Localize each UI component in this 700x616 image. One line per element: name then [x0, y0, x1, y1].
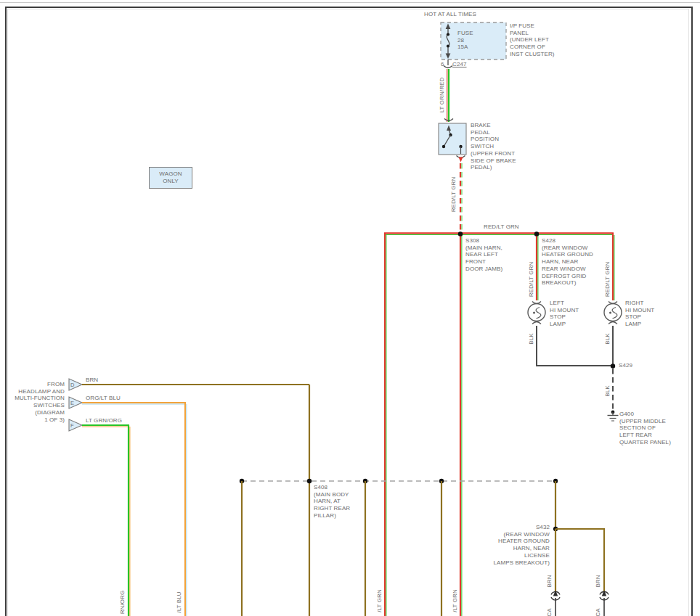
splice-s428-label: S428 (REAR WINDOW HEATER GROUND HARN, NE… — [542, 237, 593, 287]
wire-lt-grn-red — [444, 69, 453, 122]
wire-lt-grn-org — [82, 425, 130, 616]
wiring-linework — [0, 0, 700, 616]
left-stop-lamp-icon — [528, 302, 545, 324]
wire-label-lt-grn-red: LT GRN/RED — [439, 78, 445, 113]
label-hot-at-all-times: HOT AT ALL TIMES — [424, 11, 476, 18]
wire-label-brn-left-bottom: BRN — [546, 575, 553, 587]
wire-label-org-lt-blu: ORG/LT BLU — [86, 395, 121, 402]
ground-g400-label: G400 (UPPER MIDDLE SECTION OF LEFT REAR … — [619, 411, 671, 446]
bottom-connector-left — [551, 591, 560, 616]
splice-s408-label: S408 (MAIN BODY HARN, AT RIGHT REAR PILL… — [314, 484, 350, 520]
connector-d-letter: D — [70, 382, 74, 388]
wiring-diagram-page: HOT AT ALL TIMES FUSE 28 15A I/P FUSE PA… — [0, 0, 700, 616]
splice-s408-line — [240, 479, 558, 483]
fuse-pin-label: 6 — [441, 61, 444, 68]
wire-label-blk-ground: BLK — [604, 385, 611, 396]
wire-label-blk-right: BLK — [604, 333, 611, 344]
fuse-panel-box — [441, 22, 506, 59]
left-stop-lamp-label: LEFT HI MOUNT STOP LAMP — [550, 300, 579, 328]
connector-e-letter: E — [70, 400, 74, 406]
connector-label-ca-left: CA — [546, 608, 553, 616]
wire-org-lt-blu — [82, 403, 187, 616]
brake-switch-note: BRAKE PEDAL POSITION SWITCH (UPPER FRONT… — [471, 122, 516, 171]
wire-label-red-lt-grn-bottom-left: /LT GRN — [376, 589, 383, 612]
bottom-connector-right — [600, 591, 609, 616]
wire-label-brn: BRN — [86, 377, 98, 384]
fuse-panel-note: I/P FUSE PANEL (UNDER LEFT CORNER OF INS… — [510, 22, 555, 58]
wagon-only-box: WAGON ONLY — [149, 167, 192, 189]
connector-label-ca-right: CA — [595, 608, 601, 616]
ground-icon — [608, 411, 619, 421]
wagon-only-note: WAGON ONLY — [159, 171, 182, 184]
wire-label-red-lt-grn-bottom-right: /LT GRN — [452, 589, 458, 612]
splice-s432-label: S432 (REAR WINDOW HEATER GROUND HARN, NE… — [436, 524, 550, 566]
wire-red-lt-grn-dashed — [460, 163, 462, 231]
connector-f-letter: F — [70, 422, 74, 429]
wire-label-lt-grn-org-bottom: RN/ORG — [119, 591, 126, 615]
connector-c247-label: C247 — [452, 61, 467, 68]
splice-s429-label: S429 — [619, 362, 632, 369]
wire-label-brn-right-bottom: BRN — [595, 575, 601, 587]
wire-label-org-lt-blu-bottom: /LT BLU — [176, 591, 182, 612]
right-stop-lamp-label: RIGHT HI MOUNT STOP LAMP — [625, 300, 654, 328]
brake-switch-icon — [439, 123, 466, 163]
splice-s308-label: S308 (MAIN HARN, NEAR LEFT FRONT DOOR JA… — [465, 237, 502, 273]
wire-label-red-lt-grn-horizontal: RED/LT GRN — [484, 223, 519, 231]
wire-label-lt-grn-org: LT GRN/ORG — [86, 417, 122, 424]
fuse-value-label: FUSE 28 15A — [457, 30, 473, 51]
wire-label-red-lt-grn-left-lamp: RED/LT GRN — [528, 262, 534, 297]
wire-label-red-lt-grn-dashed: RED/LT GRN — [450, 177, 457, 213]
wire-label-red-lt-grn-right-lamp: RED/LT GRN — [604, 262, 611, 297]
right-stop-lamp-icon — [604, 302, 622, 324]
wire-label-blk-left: BLK — [528, 333, 534, 344]
from-switches-note: FROM HEADLAMP AND MULTI-FUNCTION SWITCHE… — [6, 381, 65, 423]
